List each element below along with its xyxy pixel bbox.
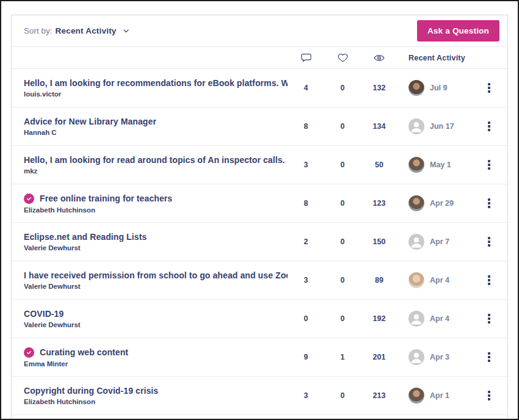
avatar[interactable] xyxy=(408,118,424,134)
question-cell: Free online training for teachers Elizab… xyxy=(12,194,288,214)
question-author[interactable]: Valerie Dewhurst xyxy=(24,283,288,290)
question-row: COVID-19 Valerie Dewhurst 0 0 192 Apr 4 xyxy=(12,300,507,338)
question-cell: I have received permission from school t… xyxy=(12,270,288,290)
avatar[interactable] xyxy=(408,234,424,250)
activity-date: Jul 9 xyxy=(430,84,448,92)
avatar[interactable] xyxy=(408,195,424,211)
question-cell: Curating web content Emma Minter xyxy=(12,347,288,368)
recent-activity-cell: May 1 xyxy=(397,157,478,173)
like-count: 0 xyxy=(324,161,361,169)
like-count: 0 xyxy=(324,276,361,284)
sort-by-label: Sort by: xyxy=(24,26,53,35)
screenshot-frame: Sort by: Recent Activity Ask a Question xyxy=(0,0,519,420)
question-title-link[interactable]: Copyright during Covid-19 crisis xyxy=(24,386,158,396)
question-title-link[interactable]: Free online training for teachers xyxy=(40,194,172,203)
kebab-cell xyxy=(478,349,500,365)
view-count: 150 xyxy=(361,237,397,246)
recent-activity-column-header: Recent Activity xyxy=(397,54,478,62)
comment-count: 9 xyxy=(288,353,324,361)
question-author[interactable]: mkz xyxy=(24,167,288,175)
question-row: Copyright during Covid-19 crisis Elizabe… xyxy=(12,377,507,415)
question-cell: Hello, I am looking for read around topi… xyxy=(12,155,288,175)
question-row: Curating web content Emma Minter 9 1 201… xyxy=(12,338,507,377)
question-row: Advice for New Library Manager Hannah C … xyxy=(12,107,507,146)
kebab-menu-button[interactable] xyxy=(484,272,495,288)
question-author[interactable]: Emma Minter xyxy=(24,360,288,368)
question-row: Eclipse.net and Reading Lists Valerie De… xyxy=(12,223,507,261)
answered-check-icon xyxy=(24,347,34,358)
activity-date: May 1 xyxy=(430,161,451,169)
recent-activity-cell: Apr 4 xyxy=(397,272,478,288)
recent-activity-cell: Apr 4 xyxy=(397,311,478,327)
view-count: 89 xyxy=(361,276,397,284)
answered-check-icon xyxy=(24,194,34,204)
comment-count: 8 xyxy=(288,199,324,208)
kebab-menu-button[interactable] xyxy=(484,349,495,365)
activity-date: Jun 17 xyxy=(430,122,454,131)
question-row: Hello, I am looking for read around topi… xyxy=(12,146,507,184)
avatar[interactable] xyxy=(408,311,424,327)
question-title-link[interactable]: COVID-19 xyxy=(24,309,64,319)
avatar[interactable] xyxy=(408,157,424,173)
avatar[interactable] xyxy=(408,388,424,404)
kebab-cell xyxy=(478,157,500,173)
avatar[interactable] xyxy=(408,349,424,365)
question-title-link[interactable]: Hello, I am looking for recommendations … xyxy=(24,78,288,88)
kebab-menu-button[interactable] xyxy=(484,311,495,327)
question-author[interactable]: Valerie Dewhurst xyxy=(24,244,288,252)
view-count: 50 xyxy=(361,161,397,169)
likes-column-icon xyxy=(324,52,361,63)
like-count: 0 xyxy=(324,84,361,92)
question-author[interactable]: louis.victor xyxy=(24,90,288,98)
kebab-menu-button[interactable] xyxy=(484,234,495,250)
view-count: 192 xyxy=(361,314,397,323)
kebab-cell xyxy=(478,388,500,404)
question-title-link[interactable]: Eclipse.net and Reading Lists xyxy=(24,232,147,242)
question-title-link[interactable]: Curating web content xyxy=(40,347,128,357)
sort-by-control[interactable]: Sort by: Recent Activity xyxy=(24,26,130,35)
kebab-menu-button[interactable] xyxy=(484,157,495,173)
like-count: 0 xyxy=(324,314,361,323)
question-title-link[interactable]: Hello, I am looking for read around topi… xyxy=(24,155,285,165)
question-title-link[interactable]: Advice for New Library Manager xyxy=(24,117,156,126)
like-count: 0 xyxy=(324,391,361,400)
comment-count: 2 xyxy=(288,237,324,246)
view-count: 123 xyxy=(361,199,397,208)
question-author[interactable]: Elizabeth Hutchinson xyxy=(24,206,288,214)
kebab-menu-button[interactable] xyxy=(484,80,495,96)
ask-question-button[interactable]: Ask a Question xyxy=(417,20,499,42)
like-count: 0 xyxy=(324,122,361,131)
recent-activity-cell: Apr 3 xyxy=(397,349,478,365)
kebab-cell xyxy=(478,272,500,288)
question-cell: Copyright during Covid-19 crisis Elizabe… xyxy=(12,386,288,405)
activity-date: Apr 4 xyxy=(430,276,449,284)
like-count: 0 xyxy=(324,237,361,246)
kebab-cell xyxy=(478,234,500,250)
view-count: 213 xyxy=(361,391,397,400)
recent-activity-cell: Apr 1 xyxy=(397,388,478,404)
activity-date: Apr 7 xyxy=(430,237,449,246)
kebab-menu-button[interactable] xyxy=(484,118,495,134)
question-row: Free online training for teachers Elizab… xyxy=(12,184,507,223)
kebab-cell xyxy=(478,118,500,134)
question-author[interactable]: Elizabeth Hutchinson xyxy=(24,398,288,405)
chevron-down-icon xyxy=(122,27,130,35)
activity-date: Apr 4 xyxy=(430,314,449,323)
question-list: Hello, I am looking for recommendations … xyxy=(12,69,507,415)
avatar[interactable] xyxy=(408,80,424,96)
recent-activity-cell: Jul 9 xyxy=(397,80,478,96)
activity-date: Apr 3 xyxy=(430,353,449,361)
comment-count: 0 xyxy=(288,314,324,323)
question-row: Hello, I am looking for recommendations … xyxy=(12,69,507,107)
kebab-menu-button[interactable] xyxy=(484,195,495,211)
comments-column-icon xyxy=(288,52,324,63)
avatar[interactable] xyxy=(408,272,424,288)
question-author[interactable]: Valerie Dewhurst xyxy=(24,321,288,328)
view-count: 201 xyxy=(361,353,397,361)
question-title-link[interactable]: I have received permission from school t… xyxy=(24,270,288,280)
question-cell: COVID-19 Valerie Dewhurst xyxy=(12,309,288,328)
like-count: 0 xyxy=(324,199,361,208)
kebab-menu-button[interactable] xyxy=(484,388,495,404)
question-author[interactable]: Hannah C xyxy=(24,129,288,136)
recent-activity-cell: Apr 7 xyxy=(397,234,478,250)
